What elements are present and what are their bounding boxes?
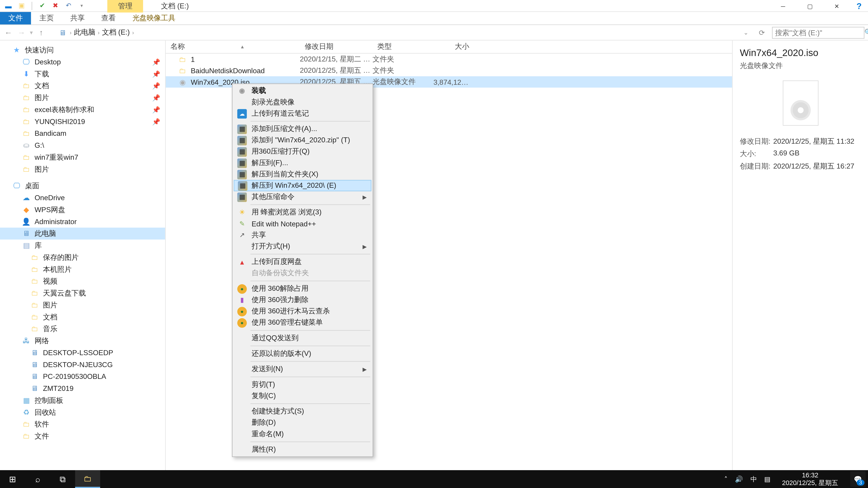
file-row[interactable]: 🗀BaiduNetdiskDownload2020/12/25, 星期五 1..… [166,65,732,76]
qat-delete-icon[interactable]: ✖ [51,1,60,10]
context-tab-manage[interactable]: 管理 [107,0,143,12]
column-type[interactable]: 类型 [373,42,433,52]
tree-item[interactable]: ☁OneDrive [0,192,165,204]
tray-ime-indicator[interactable]: 中 [750,475,757,484]
tree-item[interactable]: 🗀音乐 [0,323,165,335]
tray-overflow-icon[interactable]: ˄ [724,475,728,483]
tree-item[interactable]: 🗀软件 [0,418,165,430]
nav-forward-icon[interactable]: → [17,28,26,37]
tree-item[interactable]: ⬇下载📌 [0,68,165,80]
ribbon-tab-view[interactable]: 查看 [93,12,124,24]
context-menu-item[interactable]: ✳用 蜂蜜浏览器 浏览(3) [234,207,371,218]
context-menu-item[interactable]: 复制(C) [234,390,371,401]
context-menu-item[interactable]: ▦添加到压缩文件(A)... [234,123,371,135]
context-menu-item[interactable]: ▦其他压缩命令▶ [234,191,371,203]
tree-item[interactable]: 🗀保存的图片 [0,252,165,263]
qat-dropdown-icon[interactable]: ▾ [77,1,86,10]
context-menu-item[interactable]: 删除(D) [234,417,371,428]
column-date[interactable]: 修改日期 [300,42,373,52]
column-name[interactable]: 名称▲ [166,42,300,52]
maximize-button[interactable]: ▢ [797,0,824,12]
context-menu-item[interactable]: 属性(R) [234,444,371,455]
context-menu-item[interactable]: ▦解压到当前文件夹(X) [234,168,371,180]
tree-item[interactable]: 🖵Desktop📌 [0,56,165,68]
tree-item[interactable]: 🖥DESKTOP-NJEU3CG [0,359,165,371]
tree-item[interactable]: ◆WPS网盘 [0,204,165,216]
context-menu-item[interactable]: ↗共享 [234,229,371,240]
context-menu-item[interactable]: ☁上传到有道云笔记 [234,108,371,119]
context-menu-item[interactable]: 打开方式(H)▶ [234,241,371,252]
context-menu-item[interactable]: ▦添加到 "Win7x64_2020.zip" (T) [234,135,371,146]
context-menu-item[interactable]: ▦解压到 Win7x64_2020\ (E) [234,180,371,191]
nav-back-icon[interactable]: ← [4,28,13,37]
ribbon-tab-home[interactable]: 主页 [31,12,62,24]
tray-clock[interactable]: 16:32 2020/12/25, 星期五 [777,471,843,487]
tree-item[interactable]: 🗀图片📌 [0,92,165,104]
ribbon-tab-share[interactable]: 共享 [62,12,93,24]
context-menu-item[interactable]: ●使用 360管理右键菜单 [234,317,371,328]
tree-item[interactable]: ⛀G:\ [0,139,165,151]
tree-item[interactable]: 🖧网络 [0,335,165,347]
search-icon[interactable]: 🔍 [864,29,868,36]
tree-item[interactable]: 🗀excel表格制作求和📌 [0,104,165,116]
context-menu-item[interactable]: ▦解压到(F)... [234,157,371,168]
tree-item[interactable]: 🗀Bandicam [0,127,165,139]
chevron-right-icon[interactable]: › [132,30,134,35]
column-headers[interactable]: 名称▲ 修改日期 类型 大小 [166,40,732,54]
tray-security-icon[interactable]: ▤ [764,475,770,483]
taskbar-explorer-icon[interactable]: 🗀 [75,470,100,488]
close-button[interactable]: ✕ [823,0,850,12]
tree-item[interactable]: 🖥PC-20190530OBLA [0,370,165,383]
context-menu-item[interactable]: ●使用 360进行木马云查杀 [234,306,371,317]
tree-item[interactable]: 🖥ZMT2019 [0,383,165,394]
task-view-icon[interactable]: ⧉ [50,470,75,488]
tree-item[interactable]: 👤Administrator [0,216,165,228]
search-box[interactable]: 🔍 [772,26,864,38]
taskbar-search-icon[interactable]: ⌕ [25,470,50,488]
tray-volume-icon[interactable]: 🔊 [735,475,743,483]
context-menu-item[interactable]: ▲上传到百度网盘 [234,256,371,267]
context-menu-item[interactable]: 发送到(N)▶ [234,363,371,375]
breadcrumb-segment[interactable]: 此电脑 [74,27,95,37]
action-center-icon[interactable]: 💬3 [850,471,866,487]
tree-item[interactable]: 🗀YUNQISHI2019📌 [0,116,165,128]
context-menu-item[interactable]: 通过QQ发送到 [234,332,371,344]
navigation-tree[interactable]: ★快速访问🖵Desktop📌⬇下载📌🗀文档📌🗀图片📌🗀excel表格制作求和📌🗀… [0,40,166,475]
tree-item[interactable]: 🗀图片 [0,299,165,311]
nav-recent-dropdown[interactable]: ▾ [30,29,33,36]
tree-item[interactable]: 🖥DESKTOP-LSSOEDP [0,347,165,359]
context-menu-item[interactable]: ▦用360压缩打开(Q) [234,146,371,157]
tree-item[interactable]: ♻回收站 [0,406,165,418]
refresh-icon[interactable]: ⟳ [755,28,769,37]
start-button[interactable]: ⊞ [0,470,25,488]
context-menu-item[interactable]: ●使用 360解除占用 [234,283,371,294]
column-size[interactable]: 大小 [433,42,475,52]
qat-save-icon[interactable]: ✔ [37,1,47,10]
context-menu-item[interactable]: 还原以前的版本(V) [234,348,371,359]
address-this-pc[interactable]: 🖥 › 此电脑 › 文档 (E:) › [58,27,134,37]
tree-item[interactable]: 🗀文档📌 [0,80,165,92]
tree-item[interactable]: 🖥此电脑 [0,228,165,239]
tree-item[interactable]: 🗀天翼云盘下载 [0,287,165,299]
tree-item[interactable]: 🗀图片 [0,163,165,175]
ribbon-tab-file[interactable]: 文件 [0,12,31,24]
nav-up-icon[interactable]: ↑ [36,28,46,37]
address-dropdown-icon[interactable]: ⌄ [740,29,752,36]
context-menu-item[interactable]: 创建快捷方式(S) [234,406,371,417]
tree-item[interactable]: 🗀文档 [0,311,165,323]
context-menu-item[interactable]: 剪切(T) [234,379,371,390]
tree-item[interactable]: ▤库 [0,239,165,252]
chevron-right-icon[interactable]: › [98,30,100,35]
tree-item[interactable]: 🗀本机照片 [0,263,165,275]
tree-item[interactable]: 🗀win7重装win7 [0,151,165,163]
context-menu-item[interactable]: 刻录光盘映像 [234,96,371,108]
help-button[interactable]: ? [850,0,868,12]
context-menu-item[interactable]: ◉装载 [234,85,371,96]
breadcrumb-segment[interactable]: 文档 (E:) [102,27,130,37]
ribbon-tab-disc-tools[interactable]: 光盘映像工具 [124,12,184,24]
tree-item[interactable]: 🗀文件 [0,430,165,442]
file-row[interactable]: 🗀12020/12/15, 星期二 1...文件夹 [166,54,732,65]
search-input[interactable] [775,28,865,37]
qat-properties-icon[interactable]: ▣ [17,1,26,10]
tree-item[interactable]: ★快速访问 [0,44,165,56]
